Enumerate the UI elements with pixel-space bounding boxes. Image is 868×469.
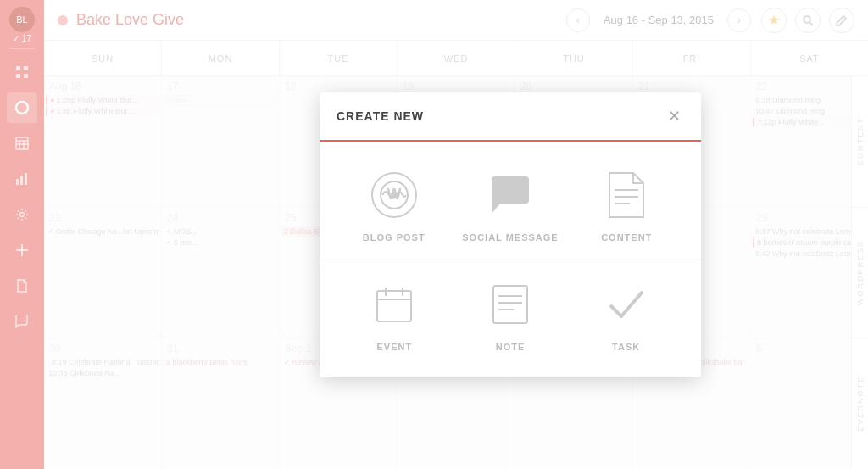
note-doc-icon (483, 277, 537, 332)
svg-rect-28 (377, 291, 411, 321)
task-label: TASK (612, 342, 640, 352)
social-message-label: SOCIAL MESSAGE (462, 232, 558, 243)
modal-items-top: W BLOG POST SOCIAL MESSAGE (320, 142, 701, 260)
svg-text:W: W (387, 186, 401, 203)
content-label: CONTENT (601, 232, 652, 243)
note-item[interactable]: NOTE (464, 277, 557, 352)
checkmark-icon (599, 277, 654, 332)
social-message-item[interactable]: SOCIAL MESSAGE (462, 168, 558, 243)
event-item[interactable]: EVENT (348, 277, 441, 352)
calendar-event-icon (367, 277, 421, 332)
wordpress-icon: W (367, 168, 421, 222)
task-item[interactable]: TASK (580, 277, 673, 352)
content-item[interactable]: CONTENT (580, 168, 673, 243)
modal-title: CREATE NEW (337, 109, 424, 123)
chat-bubble-icon (483, 168, 537, 222)
event-label: EVENT (376, 342, 412, 352)
modal-items-bottom: EVENT NOTE TASK (320, 260, 701, 377)
blog-post-label: BLOG POST (363, 232, 426, 243)
modal-header: CREATE NEW ✕ (320, 92, 701, 142)
modal-close-button[interactable]: ✕ (664, 106, 684, 126)
svg-rect-32 (493, 286, 527, 323)
document-icon (599, 168, 654, 222)
create-new-modal: CREATE NEW ✕ W BLOG POST SOCI (320, 92, 701, 377)
note-label: NOTE (496, 342, 526, 352)
blog-post-item[interactable]: W BLOG POST (348, 168, 441, 243)
